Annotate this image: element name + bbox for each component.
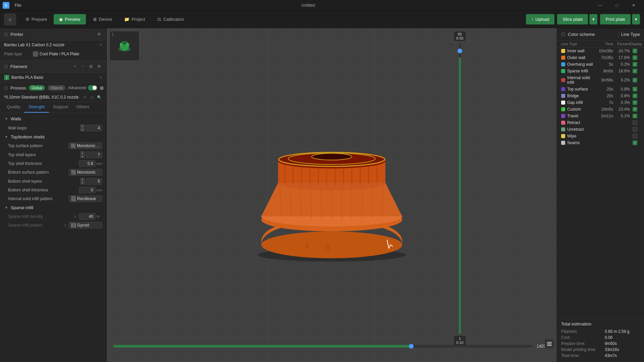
printer-edit-icon[interactable]: ✎: [99, 43, 102, 47]
bottom-shell-thickness-field[interactable]: [79, 187, 96, 193]
top-shell-thickness-input: mm: [79, 160, 102, 167]
cs-check-9[interactable]: ✓: [630, 114, 640, 118]
process-profile-value[interactable]: *0.10mm Standard @BBL X1C 0.2 nozzle: [4, 95, 80, 100]
printer-name[interactable]: Bambu Lab X1 Carbon 0.2 nozzle: [4, 43, 97, 47]
internal-solid-infill-input[interactable]: Rectilinear: [69, 195, 102, 202]
sparse-reset-icon[interactable]: ↺: [62, 222, 68, 228]
cs-check-6[interactable]: ✓: [630, 94, 640, 98]
plate-type-value[interactable]: Cool Plate / PLA Plate: [33, 51, 79, 57]
cs-check-0[interactable]: ✓: [630, 49, 640, 53]
bottom-shell-layers-field[interactable]: [86, 178, 102, 185]
slider-thumb-v[interactable]: [458, 49, 462, 53]
sparse-infill-density-field[interactable]: [79, 213, 96, 220]
cs-checkbox-4[interactable]: ✓: [633, 78, 637, 82]
process-search-icon[interactable]: 🔍: [96, 94, 102, 100]
tab-quality[interactable]: Quality: [3, 102, 24, 113]
top-surface-pattern-input[interactable]: Monotonic ...: [68, 142, 102, 149]
upload-button[interactable]: ↑ Upload: [526, 14, 555, 24]
sparse-infill-group-header[interactable]: ▼ Sparse infill: [0, 203, 106, 212]
cs-checkbox-11[interactable]: [633, 127, 637, 132]
top-shell-layers-down[interactable]: ▼: [80, 155, 85, 158]
wall-loops-row: Wall loops ▲ ▼: [0, 123, 106, 132]
slice-arrow[interactable]: ▾: [589, 14, 597, 24]
cost-est-row: Cost: 0.06: [561, 335, 640, 341]
tab-prepare[interactable]: ⚙ Prepare: [20, 14, 52, 24]
cs-name-0: Inner wall: [567, 49, 593, 53]
cs-check-11[interactable]: [630, 127, 640, 132]
bottom-surface-pattern-input[interactable]: Monotonic: [69, 169, 102, 176]
print-button[interactable]: Print plate: [600, 14, 631, 24]
cs-check-2[interactable]: ✓: [630, 62, 640, 67]
tab-project[interactable]: 📁 Project: [119, 14, 150, 24]
process-reset-icon[interactable]: ↺: [82, 94, 88, 100]
progress-thumb[interactable]: [409, 344, 414, 349]
tab-device[interactable]: 🖥 Device: [87, 14, 118, 24]
viewport-bg[interactable]: 1: [107, 28, 557, 362]
printer-settings-icon[interactable]: ⚙: [96, 31, 102, 38]
cs-checkbox-8[interactable]: ✓: [633, 107, 637, 112]
maximize-button[interactable]: □: [609, 0, 625, 11]
tab-support[interactable]: Support: [49, 102, 72, 113]
tab-preview[interactable]: ◉ Preview: [54, 14, 86, 24]
progress-track[interactable]: [113, 345, 533, 348]
tag-objects[interactable]: Objects: [48, 85, 65, 90]
cs-check-8[interactable]: ✓: [630, 107, 640, 112]
cs-check-4[interactable]: ✓: [630, 78, 640, 82]
home-button[interactable]: ⌂: [4, 13, 16, 25]
wall-loops-up[interactable]: ▲: [80, 124, 85, 128]
wall-loops-down[interactable]: ▼: [80, 128, 85, 131]
wall-loops-field[interactable]: [86, 125, 102, 131]
top-shell-layers-up[interactable]: ▲: [80, 151, 85, 155]
print-arrow[interactable]: ▾: [632, 14, 640, 24]
cs-checkbox-2[interactable]: ✓: [633, 62, 637, 67]
cs-checkbox-10[interactable]: [633, 120, 637, 125]
tab-strength[interactable]: Strength: [24, 102, 49, 113]
shells-group-header[interactable]: ▼ Top/bottom shells: [0, 132, 106, 141]
filament-edit-icon[interactable]: ✎: [99, 75, 102, 80]
cs-check-13[interactable]: ✓: [630, 140, 640, 145]
process-copy-icon[interactable]: ⊞: [100, 85, 104, 90]
layer-icon[interactable]: [545, 339, 554, 349]
filament-add-icon[interactable]: +: [71, 63, 78, 70]
cs-checkbox-0[interactable]: ✓: [633, 49, 637, 53]
sparse-density-reset-icon[interactable]: ↺: [72, 214, 78, 220]
cs-check-1[interactable]: ✓: [630, 55, 640, 60]
cs-check-10[interactable]: [630, 120, 640, 125]
cs-checkbox-9[interactable]: ✓: [633, 114, 637, 118]
cs-divider: [618, 32, 619, 37]
cs-checkbox-12[interactable]: [633, 134, 637, 138]
tab-calibration[interactable]: ⚖ Calibration: [152, 14, 190, 24]
cs-check-12[interactable]: [630, 134, 640, 138]
progress-fill: [113, 345, 411, 348]
cs-pct-0: 24.7%: [613, 49, 630, 53]
top-shell-thickness-field[interactable]: [79, 160, 96, 167]
cs-check-5[interactable]: ✓: [630, 87, 640, 92]
cs-check-7[interactable]: ✓: [630, 100, 640, 105]
cs-checkbox-7[interactable]: ✓: [633, 100, 637, 105]
minimize-button[interactable]: —: [592, 0, 608, 11]
slider-track-v[interactable]: [459, 43, 461, 334]
process-copy2-icon[interactable]: ◷: [89, 94, 95, 100]
menu-file[interactable]: File: [12, 2, 24, 8]
cs-checkbox-5[interactable]: ✓: [633, 87, 637, 92]
cs-checkbox-1[interactable]: ✓: [633, 55, 637, 60]
thumb-1[interactable]: 1: [109, 31, 140, 61]
sparse-infill-pattern-select[interactable]: Gyroid: [69, 222, 102, 229]
advanced-switch[interactable]: [88, 85, 97, 90]
tag-global[interactable]: Global: [29, 85, 45, 90]
close-button[interactable]: ✕: [626, 0, 641, 11]
bottom-shell-layers-down[interactable]: ▼: [80, 181, 85, 185]
filament-items-icon[interactable]: ⊞: [88, 63, 94, 70]
bottom-shell-layers-up[interactable]: ▲: [80, 178, 85, 181]
cs-checkbox-3[interactable]: ✓: [633, 69, 637, 73]
walls-group-header[interactable]: ▼ Walls: [0, 114, 106, 123]
cs-check-3[interactable]: ✓: [630, 69, 640, 73]
cs-checkbox-13[interactable]: ✓: [633, 140, 637, 145]
cs-checkbox-6[interactable]: ✓: [633, 94, 637, 98]
slice-button[interactable]: Slice plate: [557, 14, 588, 24]
filament-name[interactable]: Bambu PLA Basic: [11, 75, 97, 80]
tab-others[interactable]: Others: [72, 102, 93, 113]
top-shell-layers-field[interactable]: [86, 152, 102, 158]
filament-minus-icon[interactable]: −: [79, 63, 86, 70]
filament-settings-icon[interactable]: ⚙: [96, 63, 102, 70]
